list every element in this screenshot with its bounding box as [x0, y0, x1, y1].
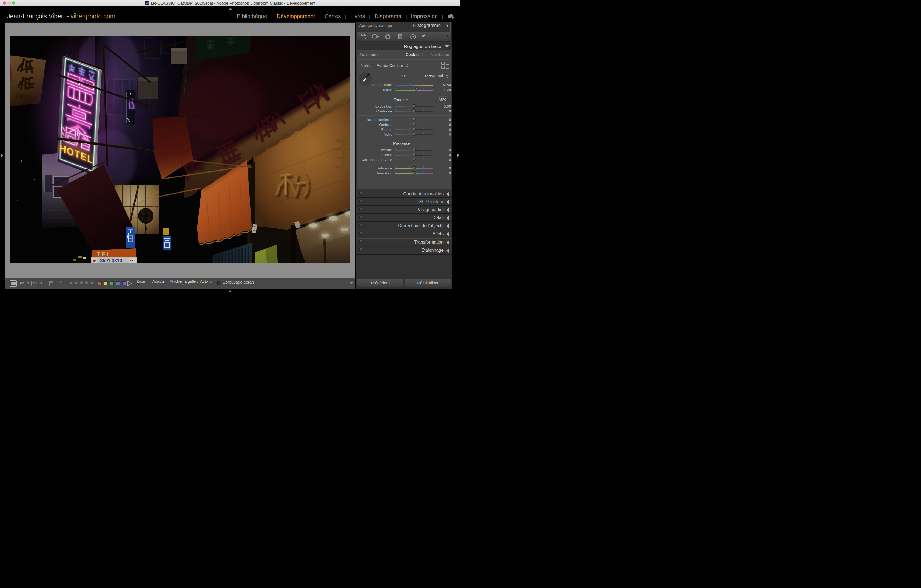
svg-text:i: i — [452, 16, 453, 19]
